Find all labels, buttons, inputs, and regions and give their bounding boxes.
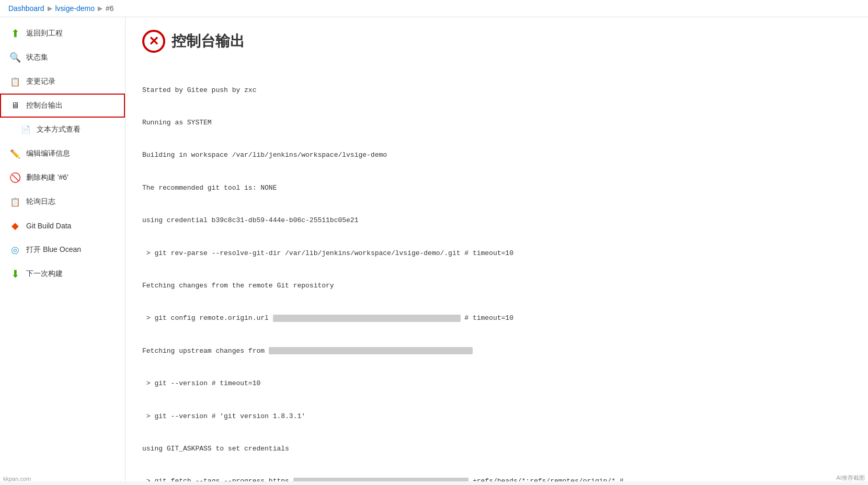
console-line-13: > git fetch --tags --progress https +ref… — [142, 476, 851, 481]
console-line-9: Fetching upstream changes from o — [142, 346, 851, 357]
console-icon: 🖥 — [9, 100, 21, 111]
main-layout: ⬆ 返回到工程 🔍 状态集 📋 变更记录 🖥 控制台输出 📄 文本方式查看 ✏️… — [0, 17, 868, 481]
sidebar-item-git-build[interactable]: ◆ Git Build Data — [0, 214, 125, 238]
blurred-url-2: o — [269, 347, 473, 354]
sidebar-item-blue-ocean[interactable]: ◎ 打开 Blue Ocean — [0, 238, 125, 262]
sidebar-item-next-build[interactable]: ⬇ 下一次构建 — [0, 262, 125, 286]
next-build-icon: ⬇ — [9, 268, 21, 280]
sidebar-item-polling[interactable]: 📋 轮询日志 — [0, 190, 125, 214]
console-line-1: Started by Gitee push by zxc — [142, 85, 851, 96]
sidebar-item-next-build-label: 下一次构建 — [26, 269, 63, 279]
console-line-5: using credential b39c8c31-db59-444e-b06c… — [142, 215, 851, 226]
sidebar-item-delete-label: 删除构建 '#6' — [26, 173, 68, 182]
back-icon: ⬆ — [9, 28, 21, 39]
sidebar-item-text-view-label: 文本方式查看 — [37, 125, 81, 134]
sidebar: ⬆ 返回到工程 🔍 状态集 📋 变更记录 🖥 控制台输出 📄 文本方式查看 ✏️… — [0, 17, 125, 481]
error-status-icon: ✕ — [142, 30, 165, 53]
edit-build-icon: ✏️ — [9, 148, 21, 159]
breadcrumb-arrow-1: ▶ — [48, 5, 52, 12]
sidebar-item-changes[interactable]: 📋 变更记录 — [0, 70, 125, 94]
console-output: Started by Gitee push by zxc Running as … — [142, 63, 851, 481]
console-line-11: > git --version # 'git version 1.8.3.1' — [142, 411, 851, 422]
sidebar-item-console-label: 控制台输出 — [26, 101, 63, 110]
blue-ocean-icon: ◎ — [9, 244, 21, 256]
breadcrumb-arrow-2: ▶ — [98, 5, 102, 12]
sidebar-item-blue-ocean-label: 打开 Blue Ocean — [26, 245, 81, 255]
main-content: ✕ 控制台输出 Started by Gitee push by zxc Run… — [125, 17, 868, 481]
sidebar-item-status-label: 状态集 — [26, 53, 48, 62]
console-line-2: Running as SYSTEM — [142, 118, 851, 129]
sidebar-item-back-label: 返回到工程 — [26, 29, 63, 38]
sidebar-item-changes-label: 变更记录 — [26, 77, 55, 86]
watermark-right: AI推荐截图 — [837, 474, 865, 481]
blurred-url-1: mo — [273, 315, 461, 322]
sidebar-item-edit-build-label: 编辑编译信息 — [26, 149, 70, 158]
console-line-10: > git --version # timeout=10 — [142, 378, 851, 389]
breadcrumb-project[interactable]: lvsige-demo — [55, 4, 95, 13]
sidebar-item-back[interactable]: ⬆ 返回到工程 — [0, 21, 125, 45]
delete-icon: 🚫 — [9, 172, 21, 183]
sidebar-item-polling-label: 轮询日志 — [26, 197, 55, 206]
page-header: ✕ 控制台输出 — [142, 30, 851, 53]
console-line-6: > git rev-parse --resolve-git-dir /var/l… — [142, 248, 851, 259]
sidebar-item-edit-build[interactable]: ✏️ 编辑编译信息 — [0, 142, 125, 166]
sidebar-item-delete[interactable]: 🚫 删除构建 '#6' — [0, 166, 125, 190]
watermark-left: kkpan.com — [3, 476, 31, 481]
breadcrumb-bar: Dashboard ▶ lvsige-demo ▶ #6 — [0, 0, 868, 17]
breadcrumb-build: #6 — [106, 4, 114, 13]
changes-icon: 📋 — [9, 76, 21, 87]
text-view-icon: 📄 — [20, 124, 31, 135]
console-line-8: > git config remote.origin.url mo # time… — [142, 313, 851, 324]
console-line-4: The recommended git tool is: NONE — [142, 183, 851, 194]
breadcrumb-dashboard[interactable]: Dashboard — [8, 4, 44, 13]
console-line-7: Fetching changes from the remote Git rep… — [142, 281, 851, 292]
console-line-12: using GIT_ASKPASS to set credentials — [142, 444, 851, 455]
blurred-url-3 — [293, 478, 469, 481]
status-icon: 🔍 — [9, 52, 21, 63]
console-line-3: Building in workspace /var/lib/jenkins/w… — [142, 150, 851, 161]
sidebar-item-text-view[interactable]: 📄 文本方式查看 — [0, 118, 125, 142]
page-title: 控制台输出 — [172, 31, 245, 51]
sidebar-item-console[interactable]: 🖥 控制台输出 — [0, 94, 125, 118]
polling-icon: 📋 — [9, 196, 21, 207]
sidebar-item-git-build-label: Git Build Data — [26, 222, 71, 230]
git-build-icon: ◆ — [9, 220, 21, 232]
sidebar-item-status[interactable]: 🔍 状态集 — [0, 45, 125, 70]
